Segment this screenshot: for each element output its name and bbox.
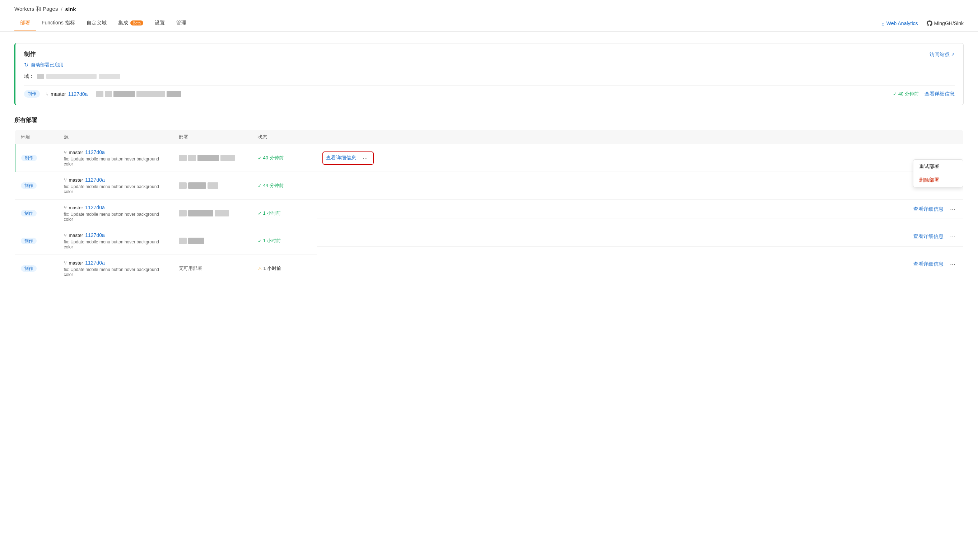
- source-row-2: ⑂ master 1127d0a: [64, 177, 167, 183]
- tab-manage[interactable]: 管理: [170, 15, 192, 31]
- breadcrumb-parent[interactable]: Workers 和 Pages: [14, 6, 58, 13]
- tab-domains[interactable]: 自定义域: [81, 15, 112, 31]
- domain-label: 域：: [24, 73, 34, 80]
- status-ok-1: ✓ 40 分钟前: [258, 155, 311, 161]
- branch-icon: ⑂: [46, 91, 48, 97]
- domain-block-2: [46, 74, 97, 79]
- row-status-3: ✓ 1 小时前: [252, 200, 317, 227]
- delete-deploy-item[interactable]: 删除部署: [913, 173, 963, 187]
- source-row-3: ⑂ master 1127d0a: [64, 205, 167, 210]
- dimg-2c: [208, 182, 218, 189]
- branch-icon-3: ⑂: [64, 205, 67, 210]
- warning-icon-5: ⚠: [258, 266, 262, 272]
- row-actions-4: 查看详细信息 ···: [317, 227, 964, 247]
- deploy-status-ok: ✓ 40 分钟前: [893, 91, 919, 97]
- dimg-3c: [215, 210, 229, 217]
- detail-link[interactable]: 查看详细信息: [925, 91, 955, 97]
- table-body: 制作 ⑂ master 1127d0a fix: Update mobile m…: [15, 144, 964, 283]
- beta-badge: Beta: [130, 20, 143, 25]
- table-row: 制作 ⑂ master 1127d0a fix: Update mobile m…: [15, 144, 964, 172]
- col-header-env: 环境: [15, 130, 58, 144]
- more-button-1[interactable]: ···: [360, 153, 370, 163]
- github-label: MingGH/Sink: [934, 20, 964, 26]
- more-button-3[interactable]: ···: [948, 205, 958, 213]
- web-analytics-link[interactable]: ⌕ Web Analytics: [881, 20, 918, 27]
- nav-tabs: 部署 Functions 指标 自定义域 集成 Beta 设置 管理 ⌕ Web…: [0, 15, 978, 32]
- row-source-3: ⑂ master 1127d0a fix: Update mobile menu…: [58, 200, 173, 227]
- row-deploy-3: [173, 200, 252, 227]
- col-header-source: 源: [58, 130, 173, 144]
- commit-4[interactable]: 1127d0a: [85, 232, 105, 238]
- source-row-5: ⑂ master 1127d0a: [64, 260, 167, 266]
- production-title: 制作: [24, 51, 35, 58]
- row-status-5: ⚠ 1 小时前: [252, 255, 317, 283]
- source-cell-3: ⑂ master 1127d0a fix: Update mobile menu…: [64, 205, 167, 222]
- commit-block-5: [167, 91, 181, 97]
- external-link-icon: ↗: [951, 52, 955, 57]
- actions-wrapper-active: 查看详细信息 ···: [322, 152, 374, 165]
- table-row: 制作 ⑂ master 1127d0a fix: Update mobile m…: [15, 255, 964, 283]
- commit-1[interactable]: 1127d0a: [85, 149, 105, 155]
- detail-link-1[interactable]: 查看详细信息: [326, 155, 356, 161]
- commit-hash-link[interactable]: 1127d0a: [68, 91, 88, 97]
- tab-deploy[interactable]: 部署: [14, 15, 36, 31]
- breadcrumb-current: sink: [65, 6, 76, 12]
- col-header-status: 状态: [252, 130, 317, 144]
- domain-placeholder: [37, 74, 120, 79]
- dimg-1a: [179, 155, 187, 161]
- github-link[interactable]: MingGH/Sink: [927, 20, 964, 26]
- row-deploy-1: [173, 144, 252, 172]
- more-button-4[interactable]: ···: [948, 232, 958, 241]
- detail-link-3[interactable]: 查看详细信息: [913, 206, 943, 213]
- search-icon: ⌕: [881, 20, 885, 27]
- status-ok-4: ✓ 1 小时前: [258, 238, 311, 244]
- row-actions-1: 查看详细信息 ··· 重试部署 删除部署: [317, 144, 964, 172]
- visit-site-label: 访问站点: [930, 51, 950, 58]
- commit-block-4: [137, 91, 165, 97]
- source-cell-2: ⑂ master 1127d0a fix: Update mobile menu…: [64, 177, 167, 194]
- tab-settings[interactable]: 设置: [149, 15, 170, 31]
- row-env-3: 制作: [15, 200, 58, 227]
- row-env-5: 制作: [15, 255, 58, 283]
- detail-link-5[interactable]: 查看详细信息: [913, 261, 943, 267]
- dimg-4b: [188, 238, 204, 244]
- more-button-5[interactable]: ···: [948, 260, 958, 269]
- status-ok-2: ✓ 44 分钟前: [258, 182, 311, 189]
- row-env-2: 制作: [15, 172, 58, 200]
- visit-site-link[interactable]: 访问站点 ↗: [930, 51, 955, 58]
- row-source-2: ⑂ master 1127d0a fix: Update mobile menu…: [58, 172, 173, 200]
- commit-2[interactable]: 1127d0a: [85, 177, 105, 183]
- refresh-icon: ↻: [24, 62, 29, 68]
- branch-1: master: [69, 150, 83, 155]
- row-actions-5: 查看详细信息 ···: [317, 255, 964, 274]
- no-deploy-label: 无可用部署: [179, 266, 202, 271]
- deployments-table: 环境 源 部署 状态 制作 ⑂: [14, 130, 964, 283]
- check-icon-2: ✓: [258, 183, 262, 188]
- retry-deploy-item[interactable]: 重试部署: [913, 160, 963, 173]
- section-title: 所有部署: [14, 117, 964, 124]
- row-env-1: 制作: [15, 144, 58, 172]
- commit-5[interactable]: 1127d0a: [85, 260, 105, 266]
- detail-link-4[interactable]: 查看详细信息: [913, 233, 943, 240]
- branch-icon-5: ⑂: [64, 260, 67, 266]
- source-cell-4: ⑂ master 1127d0a fix: Update mobile menu…: [64, 232, 167, 250]
- source-row-1: ⑂ master 1127d0a: [64, 149, 167, 155]
- commit-block-3: [113, 91, 135, 97]
- main-content: 制作 访问站点 ↗ ↻ 自动部署已启用 域： 制作 ⑂ master 1127d…: [0, 32, 978, 294]
- row-deploy-5: 无可用部署: [173, 255, 252, 283]
- github-icon: [927, 20, 932, 26]
- source-row-4: ⑂ master 1127d0a: [64, 232, 167, 238]
- tab-functions[interactable]: Functions 指标: [36, 15, 81, 31]
- env-tag-5: 制作: [21, 265, 37, 272]
- row-actions-3: 查看详细信息 ···: [317, 200, 964, 219]
- branch-4: master: [69, 233, 83, 238]
- row-deploy-4: [173, 227, 252, 255]
- tab-integrations[interactable]: 集成 Beta: [112, 15, 149, 31]
- branch-3: master: [69, 205, 83, 210]
- row-status-2: ✓ 44 分钟前: [252, 172, 317, 200]
- breadcrumb-separator: /: [61, 6, 62, 12]
- env-tag-1: 制作: [21, 155, 37, 161]
- deploy-images-3: [179, 210, 246, 217]
- domain-row: 域：: [24, 73, 955, 80]
- commit-3[interactable]: 1127d0a: [85, 205, 105, 210]
